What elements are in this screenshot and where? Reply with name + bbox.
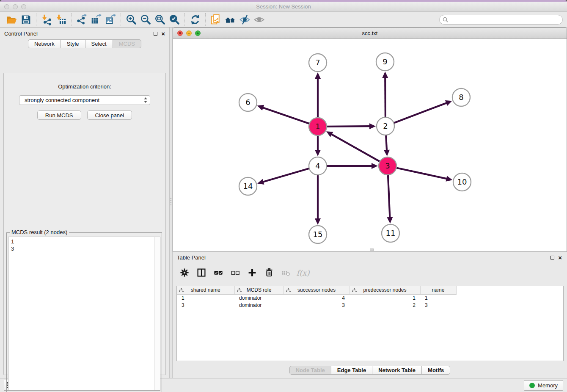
delete-column-button[interactable] [263, 267, 275, 279]
optimization-criterion-label: Optimization criterion: [4, 83, 165, 90]
col-shared-name[interactable]: shared name [177, 286, 234, 294]
close-panel-icon[interactable]: × [558, 256, 562, 259]
split-table-button[interactable] [195, 267, 207, 279]
delete-table-button[interactable] [280, 267, 292, 279]
apply-function-button[interactable]: f(x) [297, 267, 309, 279]
home-layout-button[interactable] [223, 13, 237, 26]
application-window: Session: New Session [0, 0, 567, 392]
run-mcds-button[interactable]: Run MCDS [37, 110, 81, 120]
table-cell[interactable]: 3 [420, 301, 456, 309]
col-name[interactable]: name [420, 286, 456, 294]
open-file-button[interactable] [4, 13, 19, 26]
save-session-button[interactable] [19, 13, 33, 26]
import-table-icon [55, 14, 67, 25]
search-area [439, 15, 563, 25]
tab-node-table[interactable]: Node Table [289, 366, 331, 375]
table-cell[interactable]: 2 [350, 301, 420, 309]
graph-edge[interactable] [330, 134, 380, 162]
search-field[interactable] [439, 15, 563, 25]
table-cell[interactable]: 1 [350, 294, 420, 301]
control-panel-title: Control Panel [4, 30, 38, 37]
graph-edge[interactable] [326, 126, 371, 127]
add-column-button[interactable] [246, 267, 258, 279]
vertical-splitter[interactable] [169, 28, 173, 378]
table-row[interactable]: 3dominator323 [177, 301, 456, 309]
tab-motifs[interactable]: Motifs [421, 366, 450, 375]
toolbar-separator [36, 13, 36, 26]
table-row[interactable]: 1dominator411 [177, 294, 456, 301]
table-cell[interactable]: dominator [234, 301, 284, 309]
control-panel-tabs: Network Style Select MCDS [0, 39, 169, 48]
edge-arrowhead-icon [387, 217, 393, 224]
export-table-button[interactable] [89, 13, 103, 26]
tab-mcds[interactable]: MCDS [113, 39, 141, 48]
network-window-titlebar[interactable]: × − + scc.txt [173, 28, 567, 39]
table-cell[interactable]: 3 [177, 301, 234, 309]
show-panels-button[interactable] [252, 13, 266, 26]
criterion-value: strongly connected component [25, 97, 143, 103]
table-header-row: shared name MCDS role successor nodes pr… [177, 286, 456, 294]
refresh-view-button[interactable] [188, 13, 202, 26]
table-cell[interactable]: 1 [177, 294, 234, 301]
graph-edge[interactable] [396, 168, 448, 179]
node-label: 11 [386, 229, 396, 237]
clone-network-button[interactable] [209, 13, 223, 26]
close-panel-icon[interactable]: × [161, 32, 165, 36]
zoom-fit-button[interactable] [153, 13, 167, 26]
table-cell[interactable]: dominator [234, 294, 284, 301]
float-panel-icon[interactable] [550, 256, 554, 259]
graph-edge[interactable] [388, 174, 390, 218]
zoom-fit-icon [154, 14, 166, 25]
table-cell[interactable]: 4 [284, 294, 350, 301]
edge-arrowhead-icon [257, 105, 264, 110]
zoom-in-button[interactable] [124, 13, 138, 26]
tab-style[interactable]: Style [61, 39, 85, 48]
table-cell[interactable]: 3 [284, 301, 350, 309]
graph-edge[interactable] [262, 107, 310, 124]
home-icon [225, 14, 236, 25]
mcds-result-area[interactable]: 1 3 [8, 237, 160, 391]
close-panel-button[interactable]: Close panel [87, 110, 132, 120]
table-toolbar: f(x) [173, 263, 567, 282]
import-table-button[interactable] [54, 13, 68, 26]
export-image-button[interactable] [103, 13, 118, 26]
tab-network[interactable]: Network [28, 39, 61, 48]
select-all-button[interactable] [212, 267, 224, 279]
col-predecessor-nodes[interactable]: predecessor nodes [350, 286, 420, 294]
col-successor-nodes[interactable]: successor nodes [284, 286, 350, 294]
tab-network-table[interactable]: Network Table [372, 366, 422, 375]
zoom-out-button[interactable] [138, 13, 153, 26]
export-network-button[interactable] [74, 13, 89, 26]
network-minimize-button[interactable]: − [186, 30, 192, 36]
network-close-button[interactable]: × [177, 30, 183, 36]
hide-panels-button[interactable] [237, 13, 252, 26]
col-mcds-role[interactable]: MCDS role [234, 286, 284, 294]
result-scrollbar[interactable] [154, 237, 160, 390]
deselect-all-button[interactable] [229, 267, 241, 279]
import-network-button[interactable] [39, 13, 54, 26]
node-label: 1 [315, 122, 320, 131]
criterion-dropdown[interactable]: strongly connected component [19, 95, 150, 105]
deselect-all-icon [230, 268, 240, 278]
memory-status-icon [529, 383, 535, 388]
search-input[interactable] [448, 17, 562, 22]
edge-arrowhead-icon [315, 150, 321, 156]
table-settings-button[interactable] [179, 267, 190, 279]
network-zoom-button[interactable]: + [195, 30, 201, 36]
network-canvas[interactable]: 7968124314101511 [173, 39, 567, 251]
table-cell[interactable]: 1 [420, 294, 456, 301]
graph-edge[interactable] [393, 102, 448, 123]
tree-icon [237, 288, 242, 293]
graph-edge[interactable] [385, 77, 385, 118]
node-table[interactable]: shared name MCDS role successor nodes pr… [177, 286, 457, 309]
float-panel-icon[interactable] [154, 32, 157, 36]
memory-button[interactable]: Memory [524, 380, 563, 391]
zoom-selected-button[interactable] [167, 13, 182, 26]
tab-edge-table[interactable]: Edge Table [331, 366, 372, 375]
zoom-in-icon [126, 14, 137, 25]
graph-edge[interactable] [386, 134, 387, 151]
tab-select[interactable]: Select [85, 39, 113, 48]
horizontal-splitter-grip[interactable] [370, 248, 374, 251]
graph-edge[interactable] [262, 168, 310, 182]
window-titlebar: Session: New Session [0, 2, 567, 12]
